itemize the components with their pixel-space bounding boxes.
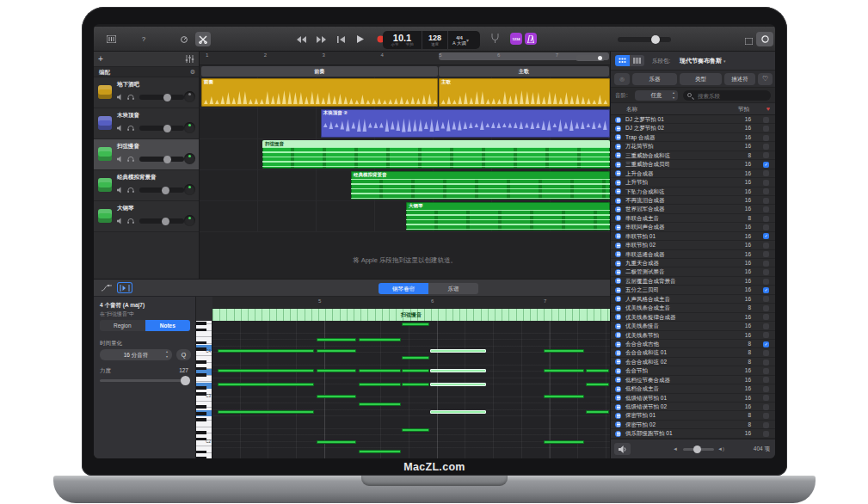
favorite-checkbox[interactable] [763,314,769,320]
loop-row[interactable]: 串联选通合成器16 [611,250,775,259]
count-in-badge[interactable]: 1234 [510,33,522,45]
favorite-checkbox[interactable] [763,395,769,401]
track-header[interactable]: 地下酒吧 [94,77,199,108]
loop-search-field[interactable] [683,90,771,101]
chevron-down-icon[interactable]: ▾ [466,37,469,43]
track-volume-slider[interactable] [139,95,184,100]
favorite-checkbox[interactable] [763,386,769,392]
loop-row[interactable]: 万花筒节拍16 [611,142,775,151]
track-lane[interactable]: 木块顶音 ② [200,108,610,139]
button-view-icon[interactable] [615,55,630,66]
pan-knob[interactable] [184,153,195,164]
midi-note[interactable] [359,383,401,386]
favorite-checkbox[interactable] [763,261,769,267]
favorite-checkbox[interactable] [763,152,769,158]
pan-knob[interactable] [184,91,195,102]
favorite-checkbox[interactable]: ✓ [763,162,769,168]
track-lane[interactable]: 大钢琴 [200,201,610,232]
pan-knob[interactable] [184,184,195,195]
midi-note[interactable] [359,403,401,406]
track-header[interactable]: 扫弦慢音 [94,139,199,170]
loop-row[interactable]: 低级错误节拍 0116 [611,394,775,403]
loop-row[interactable]: 下坠力合成和弦16 [611,187,775,196]
velocity-slider[interactable] [100,379,190,382]
midi-note[interactable] [544,369,584,372]
scale-dropdown[interactable]: 任意 ▴▾ [635,90,678,101]
track-lane[interactable]: 前奏主歌 [200,77,610,108]
filter-genre-button[interactable]: 类型 [680,73,722,85]
segment-region[interactable]: Region [100,320,145,331]
black-key[interactable] [196,431,206,434]
midi-note[interactable] [544,395,584,398]
loop-row[interactable]: 会合合成和弦 018 [611,348,775,357]
favorite-checkbox[interactable] [763,126,769,132]
media-browser-icon[interactable] [741,34,756,48]
search-input[interactable] [698,90,766,101]
smart-controls-icon[interactable] [176,32,192,46]
favorite-checkbox[interactable] [763,170,769,176]
bar-ruler[interactable]: 1234567 [200,52,610,65]
favorite-checkbox[interactable] [763,305,769,311]
mute-speaker-icon[interactable] [117,94,124,101]
arrangement-track-row[interactable]: 编配 ⚙ [94,67,199,77]
track-volume-slider[interactable] [139,126,184,131]
loop-row[interactable]: 三重威胁合成贝司16✓ [611,160,775,169]
favorite-checkbox[interactable] [763,296,769,302]
automation-curve-icon[interactable] [99,282,114,293]
track-header[interactable]: 大钢琴 [94,201,199,232]
name-column-header[interactable]: 名称 [626,103,637,115]
favorite-checkbox[interactable] [763,251,769,257]
region[interactable]: 扫弦慢音 [262,140,610,169]
editor-region-strip[interactable]: 扫弦慢音 [212,309,610,321]
black-key[interactable] [196,451,206,454]
black-key[interactable] [196,457,206,458]
midi-note[interactable] [402,428,429,432]
loop-row[interactable]: 优美线条合成主音8 [611,304,775,312]
region[interactable]: 木块顶音 ② [321,109,610,138]
piano-keys[interactable]: C4C3C2 [196,321,212,458]
midi-note[interactable] [402,383,429,386]
loop-row[interactable]: 九重天合成器16 [611,259,775,267]
mute-speaker-icon[interactable] [117,125,124,132]
midi-note[interactable] [430,369,486,372]
filter-descriptor-button[interactable]: 描述符 [724,73,755,85]
favorite-checkbox[interactable] [763,377,769,383]
loop-row[interactable]: 会合合成吉他8✓ [611,340,775,348]
favorite-checkbox[interactable] [763,180,769,186]
midi-note[interactable] [359,450,401,453]
midi-note[interactable] [218,410,314,414]
black-key[interactable] [196,405,206,409]
library-icon[interactable] [103,32,119,46]
favorite-checkbox[interactable] [763,198,769,204]
favorite-checkbox[interactable] [763,323,769,329]
loop-row[interactable]: 三重威胁合成和弦8 [611,151,775,160]
master-volume-slider[interactable] [618,37,671,42]
favorite-checkbox[interactable] [763,117,769,123]
midi-note[interactable] [218,349,314,353]
headphones-icon[interactable] [127,187,134,194]
midi-note[interactable] [317,338,356,341]
track-volume-slider[interactable] [139,157,184,162]
midi-note[interactable] [218,383,314,386]
loop-row[interactable]: 俱乐部慢跑节拍 0116 [611,429,775,438]
track-lane[interactable]: 扫弦慢音 [200,139,610,170]
loop-row[interactable]: 五分之三贝司16✓ [611,286,775,294]
loop-row[interactable]: DJ 之梦节拍 0216 [611,124,775,132]
black-key[interactable] [196,341,206,345]
loop-row[interactable]: 保密节拍 028 [611,421,775,429]
heart-column-icon[interactable]: ♥ [766,103,770,115]
midi-note[interactable] [218,369,314,372]
black-key[interactable] [196,386,206,390]
midi-note[interactable] [317,369,356,372]
tab-piano-roll[interactable]: 钢琴卷帘 [379,283,428,294]
loop-pack-dropdown[interactable]: 现代节奏布鲁斯 ▾ [680,57,725,65]
beats-column-header[interactable]: 节拍 [738,103,749,115]
midi-note[interactable] [430,349,486,353]
favorite-checkbox[interactable] [763,422,769,428]
go-to-beginning-icon[interactable] [333,32,348,46]
favorite-checkbox[interactable] [763,188,769,194]
loop-row[interactable]: 会合节拍16 [611,366,775,375]
editor-ruler[interactable]: 567 [212,297,610,309]
region[interactable]: 主歌 [439,78,610,107]
favorite-checkbox[interactable] [763,269,769,275]
